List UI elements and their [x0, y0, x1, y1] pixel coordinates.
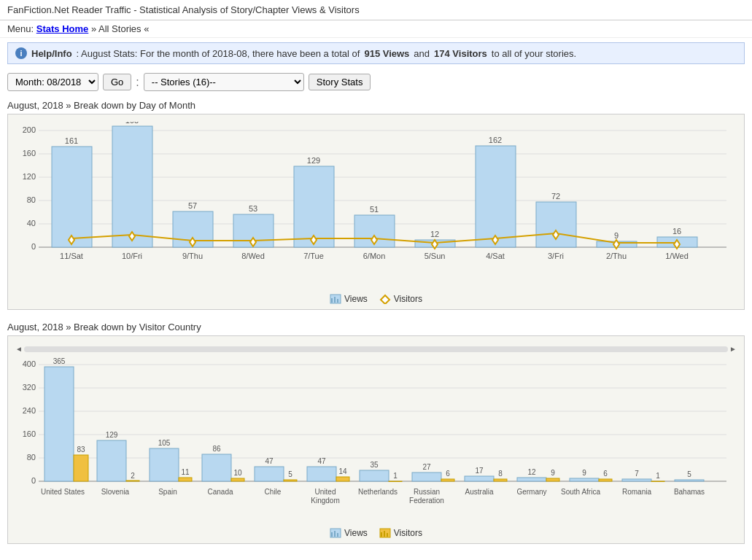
svg-text:1: 1: [656, 472, 660, 480]
divider: :: [136, 76, 139, 89]
info-text-post: to all of your stories.: [492, 48, 576, 59]
info-text-mid: and: [414, 48, 430, 59]
svg-text:10: 10: [233, 469, 242, 477]
svg-text:51: 51: [370, 205, 379, 214]
bar-bh-views: [675, 480, 704, 481]
svg-text:83: 83: [77, 446, 85, 454]
bar-de-visitors: [546, 478, 559, 481]
svg-text:17: 17: [475, 467, 484, 475]
bar-de-views: [517, 478, 546, 481]
chart1-legend: Views Visitors: [15, 289, 737, 306]
info-label: Help/Info: [31, 48, 72, 59]
stats-home-link[interactable]: Stats Home: [36, 23, 89, 34]
svg-marker-38: [381, 295, 389, 304]
svg-text:6: 6: [446, 470, 450, 478]
bar-ch-views: [255, 467, 284, 481]
svg-text:35: 35: [370, 461, 379, 469]
svg-text:Bahamas: Bahamas: [674, 488, 705, 496]
svg-text:0: 0: [31, 476, 36, 485]
svg-text:Russian: Russian: [414, 488, 440, 496]
bar-sp-visitors: [179, 478, 192, 481]
legend-views-item: Views: [330, 294, 368, 304]
menu-close: «: [144, 23, 149, 34]
all-stories-link[interactable]: All Stories: [98, 23, 142, 34]
svg-text:40: 40: [27, 219, 36, 228]
scroll-left-arrow[interactable]: ◄: [15, 345, 23, 353]
svg-text:United States: United States: [41, 488, 85, 496]
bar-sl-views: [97, 440, 126, 481]
svg-text:162: 162: [489, 136, 502, 144]
legend2-views-label: Views: [344, 528, 368, 538]
views-bar-icon: [330, 294, 341, 304]
svg-text:4/Sat: 4/Sat: [486, 252, 505, 260]
menu-bar: Menu: Stats Home » All Stories «: [0, 20, 752, 38]
month-select[interactable]: Month: 08/2018: [7, 73, 98, 91]
visitors-bar2-icon: [379, 528, 391, 538]
go-button[interactable]: Go: [103, 74, 131, 90]
chart2-legend: Views Visitors: [15, 524, 737, 540]
bar-nl-visitors: [389, 481, 402, 482]
chart2-container: ◄ ► 400 320 240 160 80 0 365 83 129 2 10…: [7, 335, 745, 544]
bar-us-visitors: [74, 455, 88, 481]
svg-text:Spain: Spain: [158, 488, 177, 496]
svg-text:Federation: Federation: [409, 497, 444, 505]
legend-views-label: Views: [344, 294, 368, 304]
stories-select[interactable]: -- Stories (16)--: [144, 73, 304, 91]
svg-text:193: 193: [125, 122, 139, 125]
controls: Month: 08/2018 Go : -- Stories (16)-- St…: [0, 69, 752, 96]
chart1-title: August, 2018 » Break down by Day of Mont…: [0, 96, 752, 114]
info-views-num: 915 Views: [364, 48, 409, 59]
svg-text:160: 160: [23, 429, 36, 438]
svg-text:12: 12: [430, 230, 439, 238]
svg-text:5/Sun: 5/Sun: [425, 252, 446, 260]
bar-za-visitors: [599, 479, 612, 481]
svg-text:105: 105: [158, 439, 171, 447]
svg-text:Slovenia: Slovenia: [101, 488, 130, 496]
svg-text:365: 365: [53, 357, 66, 365]
svg-text:240: 240: [23, 406, 36, 415]
svg-text:Romania: Romania: [622, 488, 651, 496]
svg-text:320: 320: [23, 383, 36, 392]
svg-text:86: 86: [212, 445, 221, 453]
bar-3fri: [536, 202, 576, 247]
svg-text:8: 8: [498, 470, 503, 478]
bar-ro-visitors: [651, 481, 664, 482]
svg-text:United: United: [315, 488, 336, 496]
scroll-track[interactable]: [24, 346, 728, 352]
svg-text:1/Wed: 1/Wed: [665, 252, 689, 260]
title-text: FanFiction.Net Reader Traffic - Statisti…: [7, 4, 360, 15]
svg-text:Netherlands: Netherlands: [358, 488, 398, 496]
svg-text:10/Fri: 10/Fri: [122, 252, 142, 260]
svg-text:129: 129: [307, 156, 320, 165]
svg-text:80: 80: [27, 195, 36, 204]
svg-text:Germany: Germany: [516, 488, 546, 496]
svg-text:72: 72: [551, 192, 560, 201]
bar-10fri: [112, 126, 152, 247]
svg-text:14: 14: [338, 467, 347, 475]
svg-text:0: 0: [31, 242, 36, 251]
svg-text:160: 160: [23, 149, 36, 158]
views-bar2-icon: [330, 528, 341, 538]
legend2-views-item: Views: [330, 528, 368, 538]
page-title: FanFiction.Net Reader Traffic - Statisti…: [0, 0, 752, 20]
svg-text:Australia: Australia: [465, 488, 494, 496]
bar-4sat: [476, 146, 516, 247]
bar-ch-visitors: [284, 480, 297, 481]
chart2-title: August, 2018 » Break down by Visitor Cou…: [0, 317, 752, 335]
story-stats-button[interactable]: Story Stats: [309, 74, 371, 90]
svg-text:16: 16: [672, 227, 681, 236]
info-icon: i: [15, 47, 27, 59]
bar-ca-views: [202, 454, 231, 481]
svg-text:11: 11: [181, 468, 190, 476]
svg-text:11/Sat: 11/Sat: [60, 252, 83, 260]
chart2-svg: 400 320 240 160 80 0 365 83 129 2 105 11…: [15, 356, 737, 524]
bar-uk-visitors: [336, 477, 349, 481]
menu-label: Menu:: [7, 23, 34, 34]
svg-text:8/Wed: 8/Wed: [241, 252, 265, 260]
svg-text:1: 1: [393, 472, 398, 480]
svg-text:Chile: Chile: [265, 488, 282, 496]
svg-text:7/Tue: 7/Tue: [303, 252, 324, 260]
scroll-right-arrow[interactable]: ►: [729, 345, 737, 353]
svg-text:47: 47: [317, 457, 326, 465]
svg-text:2/Thu: 2/Thu: [606, 252, 627, 260]
